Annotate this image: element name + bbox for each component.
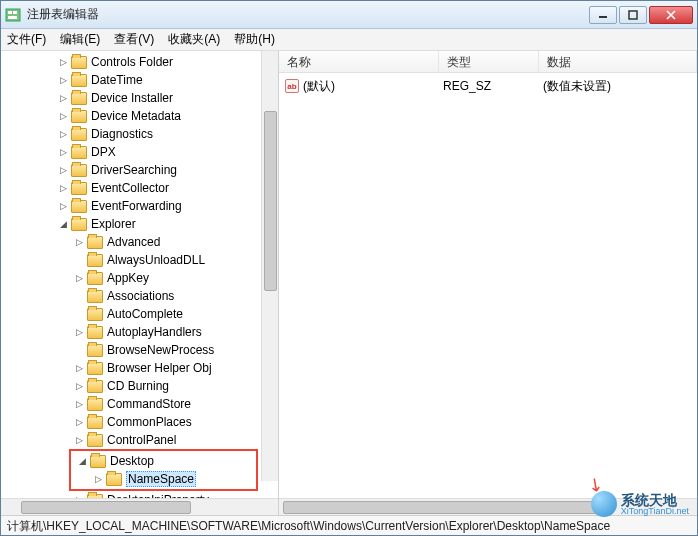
folder-icon xyxy=(87,434,103,447)
tree-node[interactable]: ◢Desktop xyxy=(72,452,255,470)
expand-icon[interactable]: ▷ xyxy=(57,92,69,104)
col-data[interactable]: 数据 xyxy=(539,51,697,72)
tree-node[interactable]: ▷Controls Folder xyxy=(1,53,278,71)
expand-icon[interactable]: ▷ xyxy=(57,146,69,158)
folder-icon xyxy=(71,164,87,177)
svg-rect-5 xyxy=(629,11,637,19)
tree-horizontal-scrollbar[interactable] xyxy=(1,498,278,515)
tree-vertical-scrollbar[interactable] xyxy=(261,51,278,481)
tree-node[interactable]: ▷DateTime xyxy=(1,71,278,89)
maximize-button[interactable] xyxy=(619,6,647,24)
tree-node[interactable]: ▷Device Metadata xyxy=(1,107,278,125)
expand-icon[interactable]: ▷ xyxy=(73,398,85,410)
folder-icon xyxy=(87,254,103,267)
menu-file[interactable]: 文件(F) xyxy=(7,31,46,48)
tree-node[interactable]: ▷DPX xyxy=(1,143,278,161)
tree-node[interactable]: ◢Explorer xyxy=(1,215,278,233)
tree-node[interactable]: ▷CommandStore xyxy=(1,395,278,413)
tree-node[interactable]: ▷Browser Helper Obj xyxy=(1,359,278,377)
menubar: 文件(F) 编辑(E) 查看(V) 收藏夹(A) 帮助(H) xyxy=(1,29,697,51)
folder-icon xyxy=(87,290,103,303)
tree-node-label: Diagnostics xyxy=(91,127,153,141)
folder-icon xyxy=(87,308,103,321)
folder-icon xyxy=(71,218,87,231)
status-path: 计算机\HKEY_LOCAL_MACHINE\SOFTWARE\Microsof… xyxy=(7,519,610,533)
expand-icon[interactable]: ▷ xyxy=(57,56,69,68)
folder-icon xyxy=(71,128,87,141)
minimize-button[interactable] xyxy=(589,6,617,24)
folder-icon xyxy=(71,74,87,87)
value-name: (默认) xyxy=(303,78,443,95)
folder-icon xyxy=(87,344,103,357)
tree-node[interactable]: ▷EventCollector xyxy=(1,179,278,197)
tree-node[interactable]: ▷NameSpace xyxy=(72,470,255,488)
scrollbar-thumb[interactable] xyxy=(283,501,613,514)
tree-node[interactable]: AlwaysUnloadDLL xyxy=(1,251,278,269)
tree-node[interactable]: ▷Device Installer xyxy=(1,89,278,107)
tree-node[interactable]: ▷AppKey xyxy=(1,269,278,287)
tree-node[interactable]: AutoComplete xyxy=(1,305,278,323)
tree-view[interactable]: ▷Controls Folder▷DateTime▷Device Install… xyxy=(1,51,278,498)
expand-icon[interactable]: ▷ xyxy=(57,182,69,194)
expand-icon[interactable]: ▷ xyxy=(73,380,85,392)
menu-help[interactable]: 帮助(H) xyxy=(234,31,275,48)
tree-node-label: Controls Folder xyxy=(91,55,173,69)
expand-icon[interactable]: ▷ xyxy=(57,128,69,140)
expand-icon[interactable]: ▷ xyxy=(73,272,85,284)
expand-icon[interactable]: ▷ xyxy=(73,236,85,248)
tree-node[interactable]: ▷AutoplayHandlers xyxy=(1,323,278,341)
collapse-icon[interactable]: ◢ xyxy=(76,455,88,467)
tree-node[interactable]: ▷CommonPlaces xyxy=(1,413,278,431)
expand-icon[interactable]: ▷ xyxy=(57,110,69,122)
collapse-icon[interactable]: ◢ xyxy=(57,218,69,230)
close-icon xyxy=(666,10,676,20)
expand-icon[interactable]: ▷ xyxy=(57,164,69,176)
expand-icon[interactable]: ▷ xyxy=(92,473,104,485)
folder-icon xyxy=(71,92,87,105)
list-row[interactable]: ab (默认) REG_SZ (数值未设置) xyxy=(285,77,691,95)
tree-node[interactable]: ▷ControlPanel xyxy=(1,431,278,449)
tree-node[interactable]: Associations xyxy=(1,287,278,305)
tree-node[interactable]: ▷CD Burning xyxy=(1,377,278,395)
menu-view[interactable]: 查看(V) xyxy=(114,31,154,48)
expand-icon[interactable]: ▷ xyxy=(57,74,69,86)
tree-node[interactable]: ▷Diagnostics xyxy=(1,125,278,143)
scrollbar-thumb[interactable] xyxy=(21,501,191,514)
expand-icon xyxy=(73,254,85,266)
titlebar[interactable]: 注册表编辑器 xyxy=(1,1,697,29)
tree-node-label: Device Metadata xyxy=(91,109,181,123)
folder-icon xyxy=(71,110,87,123)
scrollbar-thumb[interactable] xyxy=(264,111,277,291)
list-pane: 名称 类型 数据 ab (默认) REG_SZ (数值未设置) xyxy=(279,51,697,515)
menu-edit[interactable]: 编辑(E) xyxy=(60,31,100,48)
tree-node-label: AppKey xyxy=(107,271,149,285)
expand-icon[interactable]: ▷ xyxy=(57,200,69,212)
expand-icon xyxy=(73,290,85,302)
tree-node-label: NameSpace xyxy=(126,471,196,487)
expand-icon[interactable]: ▷ xyxy=(73,326,85,338)
list-body[interactable]: ab (默认) REG_SZ (数值未设置) xyxy=(279,73,697,498)
tree-node[interactable]: ▷Advanced xyxy=(1,233,278,251)
tree-node-label: ControlPanel xyxy=(107,433,176,447)
tree-node-label: AutoplayHandlers xyxy=(107,325,202,339)
value-data: (数值未设置) xyxy=(543,78,611,95)
tree-node-label: BrowseNewProcess xyxy=(107,343,214,357)
tree-node-label: DriverSearching xyxy=(91,163,177,177)
folder-icon xyxy=(87,326,103,339)
folder-icon xyxy=(106,473,122,486)
list-horizontal-scrollbar[interactable] xyxy=(279,498,697,515)
expand-icon[interactable]: ▷ xyxy=(73,416,85,428)
col-type[interactable]: 类型 xyxy=(439,51,539,72)
tree-node[interactable]: ▷DriverSearching xyxy=(1,161,278,179)
close-button[interactable] xyxy=(649,6,693,24)
folder-icon xyxy=(87,380,103,393)
menu-favorites[interactable]: 收藏夹(A) xyxy=(168,31,220,48)
tree-node[interactable]: ▷DesktopIniProperty xyxy=(1,491,278,498)
col-name[interactable]: 名称 xyxy=(279,51,439,72)
minimize-icon xyxy=(598,10,608,20)
tree-node[interactable]: ▷EventForwarding xyxy=(1,197,278,215)
maximize-icon xyxy=(628,10,638,20)
tree-node[interactable]: BrowseNewProcess xyxy=(1,341,278,359)
expand-icon[interactable]: ▷ xyxy=(73,362,85,374)
expand-icon[interactable]: ▷ xyxy=(73,434,85,446)
